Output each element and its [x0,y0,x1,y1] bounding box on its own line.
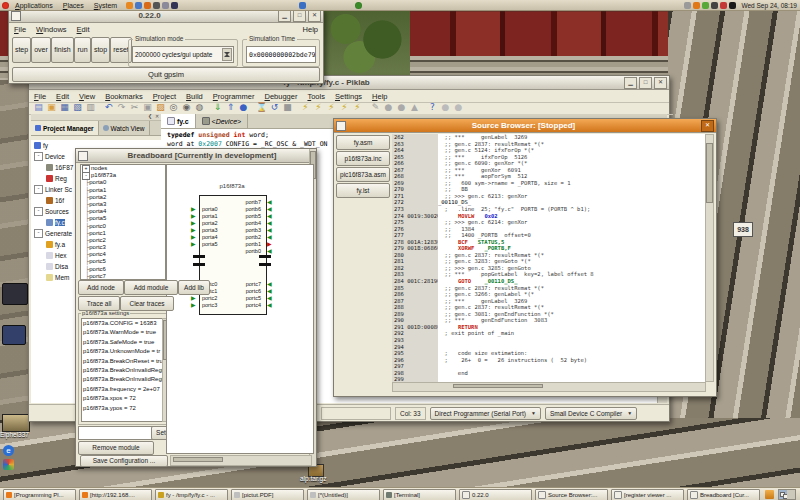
program-chip-icon[interactable]: ⚡ [300,102,311,113]
menu-file[interactable]: File [9,24,31,35]
setting-row[interactable]: p16f873a.ypos = 72 [82,404,162,413]
cut-icon[interactable]: ✂ [129,102,140,113]
tree-expander-icon[interactable]: - [34,152,43,161]
trash-icon[interactable] [765,490,774,499]
settings-list[interactable]: p16f873a.CONFIG = 16383p16f873a.WarnMode… [81,318,163,422]
assembly-listing[interactable]: ;; *** genLabel 3269 ;; gen.c 2837: resu… [438,134,706,382]
open-file-icon[interactable]: ▣ [46,102,57,113]
gpsim-titlebar[interactable]: 0.22.0 ▁ □ ✕ [9,9,323,23]
reset-debug-icon[interactable]: ▲ [409,102,420,113]
distro-menu-icon[interactable] [2,2,9,9]
clock[interactable]: Wed Sep 24, 08:19 [741,2,797,9]
node-tree-item-portc5[interactable]: ├portc5 [81,258,165,265]
halt-debug-icon[interactable]: ● [396,102,407,113]
setting-row[interactable]: p16f873a.WarnMode = true [82,328,162,337]
node-tree-item-portc6[interactable]: ├portc6 [81,266,165,273]
help-contents-icon[interactable]: ? [427,102,438,113]
read-chip-icon[interactable]: ⚡ [326,102,337,113]
dock-handle[interactable]: ❮ ✕ [31,114,161,121]
node-tree-item-porta5[interactable]: ├porta5 [81,215,165,222]
browser-icon[interactable] [144,2,151,9]
menu-edit[interactable]: Edit [72,24,95,35]
gutter-line-284[interactable]: 284 001C:2819↳ [392,278,438,285]
menu-system[interactable]: System [89,1,122,10]
workspace-2[interactable] [787,490,795,499]
pencil-icon[interactable]: ✎ [370,102,381,113]
source-file-pic16f873a-asm[interactable]: pic16f873a.asm [336,167,390,182]
tab-project-manager[interactable]: Project Manager [31,121,99,135]
node-tree-item-porta4[interactable]: ├porta4 [81,208,165,215]
setting-row[interactable]: p16f873a.BreakOnInvalidRegi [82,366,162,375]
save-as-icon[interactable]: ▧ [72,102,83,113]
node-tree-root-p16f873a[interactable]: -p16f873a [81,172,165,179]
tab-device[interactable]: <Device> [196,114,249,128]
plant-icon[interactable] [355,2,362,9]
tray-display-icon[interactable] [711,2,718,9]
setting-row[interactable]: p16f873a.frequency = 2e+07 [82,385,162,394]
spinner-icon[interactable] [222,48,232,61]
canvas-horizontal-scrollbar[interactable] [170,455,312,466]
taskbar-item-untitled[interactable]: [*(Untitled)] [307,489,380,500]
add-lib-button[interactable]: Add lib [178,280,210,295]
setting-row[interactable]: p16f873a.BreakOnReset = tru [82,357,162,366]
taskbar-item-terminal[interactable]: [Terminal] [383,489,456,500]
screenshot-icon[interactable] [153,2,160,9]
tray-update-icon[interactable] [693,2,700,9]
source-file-p16f873a-inc[interactable]: p16f873a.inc [336,151,390,166]
step-button[interactable]: step [12,37,31,63]
dock-close-icon[interactable]: ✕ [154,114,160,119]
taskbar-item-pictut-pdf[interactable]: [pictut.PDF] [231,489,304,500]
breadboard-titlebar[interactable]: Breadboard [Currently in development] [76,149,316,163]
tree-expander-icon[interactable]: - [34,185,43,194]
workspace-switcher[interactable] [778,489,796,500]
run-button[interactable]: run [74,37,91,63]
trace-all-button[interactable]: Trace all [78,296,120,311]
menu-help[interactable]: Help [298,24,323,35]
quit-gpsim-button[interactable]: Quit gpsim [12,67,320,82]
breadboard-node-tree[interactable]: +nodes-p16f873a├porta0├porta1├porta2├por… [80,164,166,280]
workspace-1[interactable] [779,490,787,499]
build-project-icon[interactable]: ⇑ [225,102,236,113]
add-node-button[interactable]: Add node [78,280,124,295]
simulation-mode-combo[interactable]: 2000000 cycles/gui update [132,46,234,63]
redo-icon[interactable]: ↷ [116,102,127,113]
find-icon[interactable]: ◎ [168,102,179,113]
tree-expander-icon[interactable]: - [34,207,43,216]
save-file-icon[interactable]: ▦ [59,102,70,113]
source-file-fy-asm[interactable]: fy.asm [336,135,390,150]
node-tree-item-porta1[interactable]: ├porta1 [81,187,165,194]
taskbar-item-programming-pl[interactable]: [Programming Pl... [3,489,76,500]
tree-expander-icon[interactable]: - [34,229,43,238]
finish-button[interactable]: finish [51,37,74,63]
taskbar-item-breadboard-cur[interactable]: Breadboard [Cur... [687,489,760,500]
breadboard-canvas[interactable]: p16f873a porta0▶porta1▶porta2▶porta3▶por… [166,164,314,454]
setting-row[interactable]: p16f873a.BreakOnInvalidRegi [82,375,162,384]
node-tree-item-portc3[interactable]: ├portc3 [81,244,165,251]
close-button[interactable]: ✕ [701,120,714,132]
node-tree-item-porta0[interactable]: ├porta0 [81,179,165,186]
copy-icon[interactable]: ▣ [142,102,153,113]
goto-line-icon[interactable]: ◍ [194,102,205,113]
docs-icon[interactable] [135,2,142,9]
paste-icon[interactable]: ▨ [155,102,166,113]
undo-icon[interactable]: ↶ [103,102,114,113]
taskbar-item-http-192-168[interactable]: [http://192.168.... [79,489,152,500]
setting-row[interactable]: p16f873a.xpos = 72 [82,394,162,403]
source-browser-titlebar[interactable]: Source Browser: [Stopped] ✕ [334,119,716,133]
remove-module-button[interactable]: Remove module [78,441,154,455]
e-browser-icon[interactable]: e [3,445,14,456]
node-tree-item-portc7[interactable]: ├portc7 [81,273,165,280]
photo-file-icon[interactable] [2,414,30,432]
extra-icon[interactable]: ● [453,102,464,113]
node-tree-item-porta2[interactable]: ├porta2 [81,194,165,201]
minimize-button[interactable]: ▁ [278,10,291,22]
setting-row[interactable]: p16f873a.UnknownMode = tr [82,347,162,356]
erase-chip-icon[interactable]: ⚡ [339,102,350,113]
setting-row[interactable]: p16f873a.CONFIG = 16383 [82,319,162,328]
hourglass-icon[interactable]: ⌛ [256,102,267,113]
clear-traces-button[interactable]: Clear traces [120,296,174,311]
blue-app-icon[interactable] [299,2,306,9]
node-tree-item-porta3[interactable]: ├porta3 [81,201,165,208]
menu-windows[interactable]: Windows [31,24,71,35]
node-tree-item-portc1[interactable]: ├portc1 [81,230,165,237]
